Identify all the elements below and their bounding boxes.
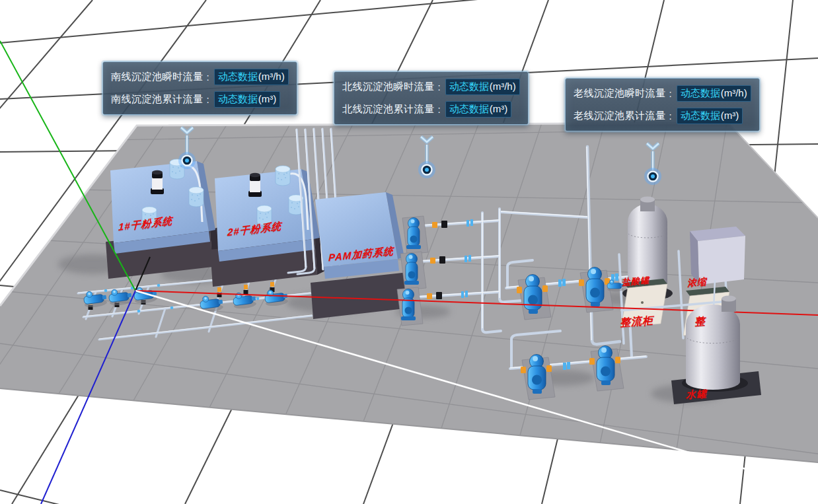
flow-panel-old: 老线沉淀池瞬时流量 : 动态数据 (m³/h) 老线沉淀池累计流量 : 动态数据… (565, 78, 760, 131)
hopper-cylinder (276, 166, 290, 186)
flow-label: 南线沉淀池瞬时流量 (111, 71, 204, 83)
chimney-cylinder (151, 170, 164, 194)
flow-value: 动态数据 (449, 81, 489, 93)
flow-value-box: 动态数据 (m³/h) (214, 69, 289, 85)
flow-label: 老线沉淀池瞬时流量 (574, 87, 666, 100)
flow-label: 老线沉淀池累计流量 (574, 110, 666, 122)
flow-label: 北线沉淀池瞬时流量 (342, 81, 435, 93)
dosing-pump-2[interactable] (400, 252, 426, 290)
colon: : (669, 88, 672, 99)
flow-label: 北线沉淀池累计流量 (342, 103, 435, 116)
flow-unit: (m³) (490, 103, 507, 116)
flow-value: 动态数据 (681, 110, 720, 122)
colon: : (438, 81, 441, 92)
flow-row: 老线沉淀池累计流量 : 动态数据 (m³) (574, 108, 751, 124)
label-rectifier-cabinet: 整流柜 (619, 314, 653, 330)
flow-value-box: 动态数据 (m³) (214, 91, 280, 108)
colon: : (207, 71, 209, 83)
flow-row: 老线沉淀池瞬时流量 : 动态数据 (m³/h) (574, 85, 751, 102)
label-rectifier-cabinet-2: 整 (694, 314, 706, 329)
flow-row: 南线沉淀池累计流量 : 动态数据 (m³) (111, 91, 289, 108)
label-acid-tank: 盐酸罐 (621, 275, 650, 289)
dosing-pump-3[interactable] (397, 287, 423, 326)
flow-value-box: 动态数据 (m³) (445, 101, 511, 118)
flow-panel-north: 北线沉淀池瞬时流量 : 动态数据 (m³/h) 北线沉淀池累计流量 : 动态数据… (334, 71, 529, 125)
flow-row: 南线沉淀池瞬时流量 : 动态数据 (m³/h) (111, 69, 289, 85)
scada-3d-scene: 南线沉淀池瞬时流量 : 动态数据 (m³/h) 南线沉淀池累计流量 : 动态数据… (0, 0, 818, 504)
flow-panel-south: 南线沉淀池瞬时流量 : 动态数据 (m³/h) 南线沉淀池累计流量 : 动态数据… (102, 61, 297, 115)
flow-unit: (m³/h) (258, 71, 285, 83)
flow-value-box: 动态数据 (m³) (677, 108, 743, 124)
dosing-pump-1[interactable] (402, 216, 428, 254)
flow-value: 动态数据 (218, 71, 258, 83)
flow-unit: (m³) (721, 110, 739, 122)
flow-unit: (m³) (258, 93, 276, 106)
chimney-cylinder (248, 173, 262, 197)
flow-value: 动态数据 (218, 93, 258, 106)
flow-value-box: 动态数据 (m³/h) (677, 85, 751, 102)
flow-row: 北线沉淀池累计流量 : 动态数据 (m³) (342, 101, 520, 118)
flow-value: 动态数据 (681, 87, 720, 100)
flow-unit: (m³/h) (490, 81, 516, 93)
colon: : (438, 104, 441, 115)
colon: : (669, 110, 672, 122)
colon: : (207, 94, 209, 105)
flow-label: 南线沉淀池累计流量 (111, 93, 204, 106)
label-water-tank: 水罐 (686, 388, 708, 402)
flow-value-box: 动态数据 (m³/h) (445, 79, 520, 95)
flow-row: 北线沉淀池瞬时流量 : 动态数据 (m³/h) (342, 79, 520, 95)
hopper-cylinder (189, 187, 204, 207)
flow-unit: (m³/h) (721, 87, 747, 100)
label-concentrate: 浓缩 (687, 276, 707, 290)
flow-value: 动态数据 (449, 103, 489, 116)
